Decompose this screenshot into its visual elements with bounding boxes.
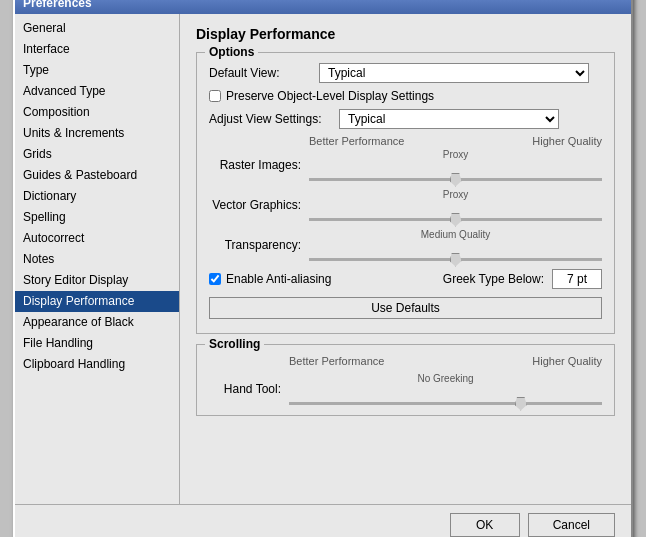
transparency-label: Transparency: [209, 238, 309, 252]
options-group-label: Options [205, 45, 258, 59]
vector-graphics-row: Vector Graphics: Proxy [209, 189, 602, 221]
use-defaults-button[interactable]: Use Defaults [209, 297, 602, 319]
antialias-label: Enable Anti-aliasing [226, 272, 331, 286]
raster-label: Raster Images: [209, 158, 309, 172]
hand-tool-slider-container: No Greeking [289, 373, 602, 405]
sidebar-item-dictionary[interactable]: Dictionary [15, 186, 179, 207]
sidebar-wrapper: General Interface Type Advanced Type Com… [15, 14, 180, 504]
adjust-view-select[interactable]: Typical [339, 109, 559, 129]
vector-label: Vector Graphics: [209, 198, 309, 212]
sidebar-item-advanced-type[interactable]: Advanced Type [15, 81, 179, 102]
slider-headers: Better Performance Higher Quality [209, 135, 602, 147]
better-performance-label: Better Performance [309, 135, 404, 147]
transparency-slider-container: Medium Quality [309, 229, 602, 261]
dialog-body: General Interface Type Advanced Type Com… [15, 14, 631, 504]
preserve-label: Preserve Object-Level Display Settings [226, 89, 434, 103]
default-view-row: Default View: Typical [209, 63, 602, 83]
main-content: Display Performance Options Default View… [180, 14, 631, 504]
sidebar-item-units-increments[interactable]: Units & Increments [15, 123, 179, 144]
scrolling-better-label: Better Performance [289, 355, 384, 367]
dialog-footer: OK Cancel [15, 504, 631, 537]
antialias-checkbox[interactable] [209, 273, 221, 285]
scrolling-headers: Better Performance Higher Quality [209, 355, 602, 367]
anti-aliasing-greek-row: Enable Anti-aliasing Greek Type Below: [209, 269, 602, 289]
antialias-row: Enable Anti-aliasing [209, 272, 331, 286]
section-title: Display Performance [196, 26, 615, 42]
greek-type-input[interactable] [552, 269, 602, 289]
sidebar-item-general[interactable]: General [15, 18, 179, 39]
preferences-dialog: Preferences General Interface Type Advan… [13, 0, 633, 537]
hand-tool-slider[interactable] [289, 402, 602, 405]
transparency-slider[interactable] [309, 258, 602, 261]
greek-type-row: Greek Type Below: [443, 269, 602, 289]
sidebar-item-composition[interactable]: Composition [15, 102, 179, 123]
transparency-sublabel: Medium Quality [421, 229, 490, 240]
scrolling-group: Scrolling Better Performance Higher Qual… [196, 344, 615, 416]
dialog-title: Preferences [23, 0, 92, 10]
title-bar: Preferences [15, 0, 631, 14]
vector-sublabel: Proxy [443, 189, 469, 200]
hand-tool-label: Hand Tool: [209, 382, 289, 396]
sidebar-item-grids[interactable]: Grids [15, 144, 179, 165]
sidebar-item-interface[interactable]: Interface [15, 39, 179, 60]
higher-quality-label: Higher Quality [532, 135, 602, 147]
sidebar-item-notes[interactable]: Notes [15, 249, 179, 270]
sidebar: General Interface Type Advanced Type Com… [15, 14, 180, 504]
adjust-view-label: Adjust View Settings: [209, 112, 339, 126]
sidebar-item-guides-pasteboard[interactable]: Guides & Pasteboard [15, 165, 179, 186]
default-view-label: Default View: [209, 66, 319, 80]
options-group: Options Default View: Typical Preserve O… [196, 52, 615, 334]
sidebar-item-clipboard-handling[interactable]: Clipboard Handling [15, 354, 179, 375]
sidebar-item-story-editor-display[interactable]: Story Editor Display [15, 270, 179, 291]
sidebar-item-appearance-of-black[interactable]: Appearance of Black [15, 312, 179, 333]
default-view-select[interactable]: Typical [319, 63, 589, 83]
preserve-checkbox-row: Preserve Object-Level Display Settings [209, 89, 602, 103]
raster-slider-container: Proxy [309, 149, 602, 181]
preserve-checkbox[interactable] [209, 90, 221, 102]
vector-slider[interactable] [309, 218, 602, 221]
vector-slider-container: Proxy [309, 189, 602, 221]
transparency-row: Transparency: Medium Quality [209, 229, 602, 261]
scrolling-group-label: Scrolling [205, 337, 264, 351]
sidebar-item-spelling[interactable]: Spelling [15, 207, 179, 228]
hand-tool-row: Hand Tool: No Greeking [209, 373, 602, 405]
greek-type-label: Greek Type Below: [443, 272, 544, 286]
raster-sublabel: Proxy [443, 149, 469, 160]
hand-tool-sublabel: No Greeking [417, 373, 473, 384]
use-defaults-container: Use Defaults [209, 297, 602, 319]
raster-images-row: Raster Images: Proxy [209, 149, 602, 181]
raster-slider[interactable] [309, 178, 602, 181]
sidebar-item-file-handling[interactable]: File Handling [15, 333, 179, 354]
ok-button[interactable]: OK [450, 513, 520, 537]
adjust-view-row: Adjust View Settings: Typical [209, 109, 602, 129]
sidebar-item-type[interactable]: Type [15, 60, 179, 81]
scrolling-higher-label: Higher Quality [532, 355, 602, 367]
sidebar-item-autocorrect[interactable]: Autocorrect [15, 228, 179, 249]
sidebar-item-display-performance[interactable]: Display Performance [15, 291, 179, 312]
cancel-button[interactable]: Cancel [528, 513, 615, 537]
